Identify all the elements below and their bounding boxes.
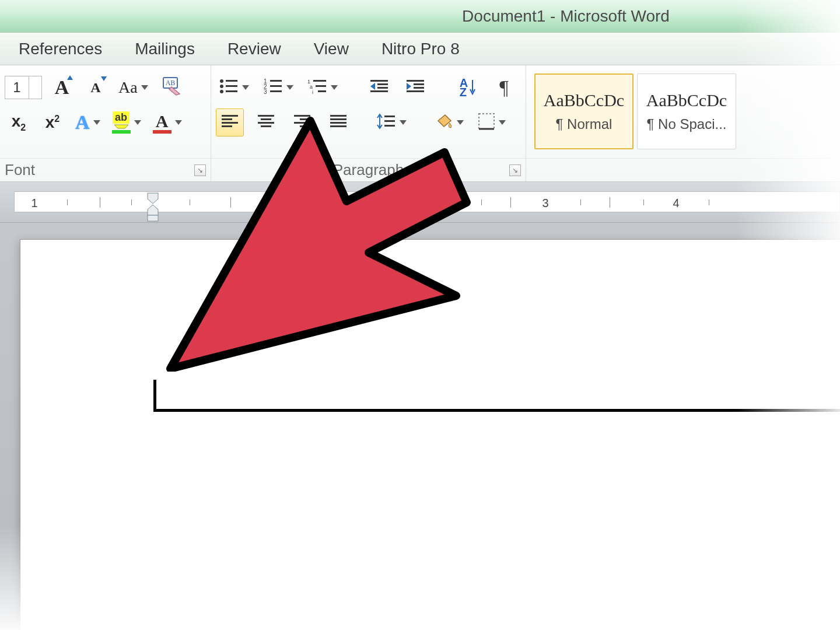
document-workspace (0, 223, 840, 630)
bullets-icon (219, 78, 239, 97)
svg-rect-47 (479, 114, 494, 129)
clear-formatting-button[interactable]: AB (157, 74, 186, 102)
align-right-button[interactable] (288, 108, 316, 136)
font-color-icon: A (153, 111, 172, 134)
paragraph-dialog-launcher[interactable]: ↘ (509, 164, 521, 176)
svg-rect-21 (370, 90, 388, 92)
align-right-icon (293, 114, 312, 131)
grow-font-button[interactable]: A (48, 74, 76, 102)
svg-rect-24 (407, 80, 424, 82)
svg-rect-28 (222, 115, 238, 117)
superscript-button[interactable]: x2 (38, 108, 66, 136)
svg-rect-20 (370, 80, 388, 82)
subscript-button[interactable]: x2 (5, 108, 33, 136)
borders-icon (478, 113, 495, 132)
svg-rect-11 (270, 85, 282, 87)
svg-rect-22 (377, 83, 388, 85)
style-sample: AaBbCcDc (544, 90, 624, 110)
text-cursor (153, 380, 156, 409)
shrink-font-button[interactable]: A (82, 74, 110, 102)
document-page[interactable] (20, 239, 840, 630)
svg-rect-40 (330, 115, 346, 117)
font-dialog-launcher[interactable]: ↘ (194, 164, 206, 176)
svg-rect-38 (294, 122, 310, 124)
ribbon: 1 A A Aa (0, 65, 840, 182)
shading-button[interactable] (430, 108, 467, 136)
svg-rect-29 (222, 118, 232, 120)
tab-nitro[interactable]: Nitro Pro 8 (382, 40, 460, 58)
justify-button[interactable] (324, 108, 352, 136)
borders-button[interactable] (475, 108, 509, 136)
font-size-dropdown[interactable] (29, 76, 41, 99)
svg-rect-3 (226, 80, 237, 82)
align-left-icon (220, 114, 239, 131)
align-left-button[interactable] (216, 108, 244, 136)
ruler-mark: 1 (31, 197, 37, 210)
pilcrow-icon: ¶ (499, 76, 508, 99)
svg-rect-32 (258, 115, 274, 117)
increase-indent-button[interactable] (401, 74, 429, 102)
decrease-indent-icon (369, 78, 389, 97)
multilevel-icon: 1ai (307, 78, 327, 97)
line-spacing-button[interactable] (373, 108, 410, 136)
ruler-mark: 3 (542, 197, 548, 210)
change-case-icon: Aa (118, 78, 138, 97)
font-color-button[interactable]: A (150, 108, 185, 136)
style-sample: AaBbCcDc (646, 90, 727, 110)
svg-rect-43 (330, 125, 346, 127)
svg-rect-46 (384, 125, 395, 127)
align-center-icon (257, 114, 275, 131)
style-name: ¶ Normal (538, 116, 630, 132)
svg-point-6 (220, 90, 223, 93)
style-normal[interactable]: AaBbCcDc ¶ Normal (534, 74, 634, 149)
svg-rect-27 (414, 87, 424, 89)
ribbon-tabs: References Mailings Review View Nitro Pr… (0, 33, 840, 65)
svg-rect-30 (222, 122, 238, 124)
group-paragraph: 123 1ai (211, 65, 526, 181)
tab-view[interactable]: View (314, 40, 349, 58)
show-paragraph-marks-button[interactable]: ¶ (490, 74, 518, 102)
svg-rect-44 (384, 116, 395, 117)
tab-mailings[interactable]: Mailings (135, 40, 195, 58)
justify-icon (329, 114, 348, 131)
text-effects-button[interactable]: A (72, 108, 103, 136)
horizontal-ruler[interactable]: 1 3 4 (14, 191, 840, 212)
svg-rect-15 (313, 80, 326, 82)
svg-point-2 (220, 79, 223, 83)
highlight-icon: ab (112, 111, 131, 134)
svg-rect-39 (300, 125, 310, 127)
title-bar: Document1 - Microsoft Word (0, 0, 840, 33)
first-line-indent-marker[interactable] (146, 192, 159, 213)
group-label-font: Font ↘ (0, 158, 211, 181)
tab-references[interactable]: References (19, 40, 102, 58)
text-effects-icon: A (75, 111, 90, 134)
svg-rect-9 (270, 80, 282, 82)
highlight-button[interactable]: ab (109, 108, 144, 136)
group-label-paragraph: Paragraph ↘ (211, 158, 526, 181)
ruler-mark: 4 (673, 197, 679, 210)
align-center-button[interactable] (252, 108, 280, 136)
window-title: Document1 - Microsoft Word (462, 7, 670, 26)
svg-text:3: 3 (264, 89, 267, 94)
style-name: ¶ No Spaci... (640, 116, 733, 132)
increase-indent-icon (405, 78, 425, 97)
multilevel-list-button[interactable]: 1ai (304, 74, 341, 102)
line-spacing-icon (376, 113, 396, 132)
bullet-list-button[interactable] (216, 74, 252, 102)
numbered-list-button[interactable]: 123 (260, 74, 296, 102)
change-case-button[interactable]: Aa (116, 74, 151, 102)
tab-review[interactable]: Review (228, 40, 281, 58)
svg-rect-5 (226, 85, 237, 87)
style-no-spacing[interactable]: AaBbCcDc ¶ No Spaci... (637, 74, 736, 149)
horizontal-line-in-document (153, 409, 840, 412)
font-size-value: 1 (5, 79, 29, 96)
sort-button[interactable]: A Z (454, 74, 482, 102)
caret-up-icon (67, 75, 73, 80)
paint-bucket-icon (433, 113, 453, 132)
font-size-combo[interactable]: 1 (5, 76, 42, 99)
numbering-icon: 123 (263, 78, 283, 97)
svg-rect-35 (261, 125, 271, 127)
svg-rect-34 (258, 122, 274, 124)
group-font: 1 A A Aa (0, 65, 211, 181)
decrease-indent-button[interactable] (365, 74, 393, 102)
